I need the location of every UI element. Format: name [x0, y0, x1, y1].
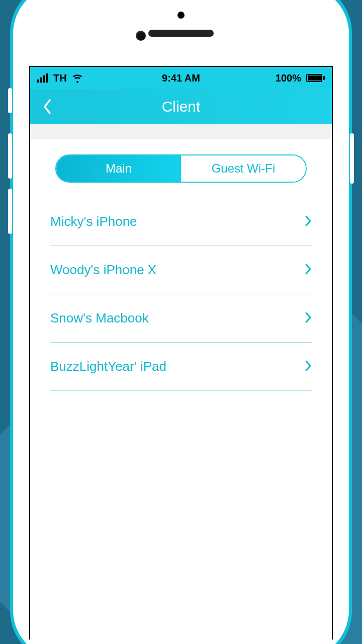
tab-main[interactable]: Main	[56, 155, 181, 182]
client-name: Snow's Macbook	[50, 310, 149, 326]
battery-icon	[306, 74, 325, 82]
client-row[interactable]: BuzzLightYear' iPad	[50, 343, 312, 391]
chevron-left-icon	[43, 99, 52, 115]
content-area: Main Guest Wi-Fi Micky's iPhone Woody's …	[30, 139, 332, 391]
phone-frame: TH 9:41 AM 100%	[10, 0, 352, 644]
client-name: Micky's iPhone	[50, 214, 137, 229]
phone-side-button	[8, 189, 12, 234]
screen: TH 9:41 AM 100%	[29, 66, 333, 644]
battery-percent: 100%	[276, 72, 301, 84]
client-name: Woody's iPhone X	[50, 262, 156, 278]
chevron-right-icon	[305, 215, 312, 229]
client-name: BuzzLightYear' iPad	[50, 359, 166, 374]
separator	[30, 124, 332, 139]
back-button[interactable]	[37, 97, 57, 117]
tab-main-label: Main	[106, 162, 132, 176]
signal-icon	[37, 73, 48, 83]
phone-sensor	[177, 12, 185, 19]
phone-camera	[136, 31, 146, 41]
phone-side-button	[350, 133, 354, 184]
phone-side-button	[8, 88, 12, 113]
client-row[interactable]: Woody's iPhone X	[50, 246, 312, 294]
phone-earpiece	[148, 30, 214, 37]
tab-guest-label: Guest Wi-Fi	[212, 162, 276, 176]
carrier-label: TH	[53, 72, 67, 84]
network-segmented-control: Main Guest Wi-Fi	[55, 154, 307, 183]
chevron-right-icon	[305, 263, 312, 277]
clock: 9:41 AM	[162, 72, 200, 84]
tab-guest-wifi[interactable]: Guest Wi-Fi	[181, 155, 306, 182]
chevron-right-icon	[305, 360, 312, 374]
status-bar: TH 9:41 AM 100%	[30, 67, 332, 89]
nav-bar: Client	[30, 89, 332, 124]
client-row[interactable]: Snow's Macbook	[50, 294, 312, 343]
client-row[interactable]: Micky's iPhone	[50, 198, 312, 246]
page-title: Client	[30, 98, 332, 115]
chevron-right-icon	[305, 311, 312, 326]
phone-side-button	[8, 133, 12, 179]
wifi-icon	[72, 72, 83, 84]
